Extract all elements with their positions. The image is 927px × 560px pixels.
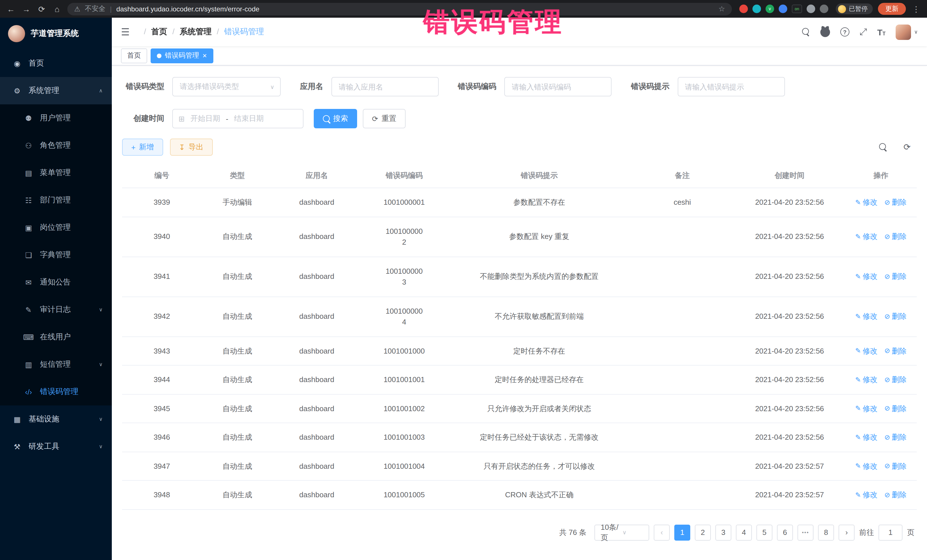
- cell-app: dashboard: [273, 223, 360, 251]
- page-button[interactable]: 5: [757, 524, 772, 540]
- search-button-icon: [323, 115, 330, 122]
- reload-icon[interactable]: ⟳: [36, 4, 47, 14]
- address-bar[interactable]: ⚠ 不安全 | dashboard.yudao.iocoder.cn/syste…: [67, 3, 732, 15]
- breadcrumb-item[interactable]: 首页: [139, 27, 167, 37]
- fullscreen-icon[interactable]: ⤢: [860, 27, 867, 37]
- extension-paw-icon[interactable]: [820, 5, 828, 13]
- sidebar-item[interactable]: ✉ 通知公告: [0, 269, 112, 296]
- sidebar-item[interactable]: ✎ 审计日志 ∨: [0, 296, 112, 323]
- edit-link[interactable]: ✎ 修改: [855, 231, 877, 242]
- sidebar-item[interactable]: ⚒ 研发工具 ∨: [0, 433, 112, 460]
- delete-link[interactable]: ⊘ 删除: [884, 197, 906, 208]
- page-button[interactable]: 2: [695, 524, 711, 540]
- edit-link[interactable]: ✎ 修改: [855, 345, 877, 357]
- browser-menu-kebab-icon[interactable]: ⋮: [911, 4, 921, 14]
- prev-page-button[interactable]: ‹: [654, 524, 670, 540]
- forward-icon[interactable]: →: [21, 4, 31, 14]
- edit-link[interactable]: ✎ 修改: [855, 271, 877, 282]
- add-button[interactable]: + 新增: [122, 138, 163, 156]
- edit-link[interactable]: ✎ 修改: [855, 489, 877, 501]
- chrome-update-button[interactable]: 更新: [878, 3, 906, 15]
- extension-teal-icon[interactable]: [752, 5, 761, 13]
- error-hint-input[interactable]: [678, 77, 785, 96]
- cell-code: 1001000004: [360, 297, 448, 336]
- tab-close-icon[interactable]: ×: [202, 52, 207, 59]
- edit-link[interactable]: ✎ 修改: [855, 460, 877, 472]
- tab[interactable]: 首页 ×: [121, 48, 147, 63]
- extension-green-icon[interactable]: v: [766, 5, 774, 13]
- reset-button[interactable]: ⟳ 重置: [363, 109, 406, 128]
- breadcrumb-item[interactable]: 错误码管理: [212, 27, 264, 37]
- delete-link[interactable]: ⊘ 删除: [884, 231, 906, 242]
- bookmark-star-icon[interactable]: ☆: [719, 5, 725, 13]
- cell-msg: 不允许获取敏感配置到前端: [448, 302, 631, 331]
- extension-red-icon[interactable]: [739, 5, 748, 13]
- error-type-select[interactable]: 请选择错误码类型 ∨: [172, 77, 281, 96]
- sidebar-item[interactable]: ⚉ 用户管理: [0, 104, 112, 132]
- export-button[interactable]: ↧ 导出: [170, 138, 213, 156]
- sidebar-item[interactable]: ⌨ 在线用户: [0, 323, 112, 351]
- delete-link[interactable]: ⊘ 删除: [884, 403, 906, 414]
- browser-profile-chip[interactable]: 已暂停: [836, 3, 873, 14]
- edit-link[interactable]: ✎ 修改: [855, 311, 877, 322]
- edit-link[interactable]: ✎ 修改: [855, 197, 877, 208]
- sidebar-item-label: 通知公告: [40, 277, 71, 287]
- chevron-down-icon: ∨: [622, 529, 644, 536]
- hamburger-icon[interactable]: ☰: [121, 26, 130, 38]
- sidebar-item[interactable]: ▥ 短信管理 ∨: [0, 351, 112, 378]
- goto-page-input[interactable]: [878, 524, 903, 540]
- extension-blue-icon[interactable]: [779, 5, 787, 13]
- page-button[interactable]: 6: [777, 524, 793, 540]
- delete-link[interactable]: ⊘ 删除: [884, 374, 906, 385]
- delete-link[interactable]: ⊘ 删除: [884, 271, 906, 282]
- page-button[interactable]: 4: [736, 524, 752, 540]
- sidebar-item[interactable]: ▣ 岗位管理: [0, 214, 112, 241]
- date-range-picker[interactable]: ⊞ 开始日期 - 结束日期: [172, 109, 304, 128]
- sidebar-item[interactable]: ⚙ 系统管理 ∧: [0, 77, 112, 104]
- edit-link[interactable]: ✎ 修改: [855, 374, 877, 385]
- cell-app: dashboard: [273, 423, 360, 451]
- search-icon[interactable]: [802, 28, 810, 36]
- sidebar-item[interactable]: ‹/› 错误码管理: [0, 378, 112, 405]
- page-button[interactable]: 8: [818, 524, 834, 540]
- user-avatar[interactable]: ∨: [896, 24, 918, 39]
- page-button[interactable]: •••: [798, 524, 813, 540]
- sidebar-item[interactable]: ▤ 菜单管理: [0, 159, 112, 187]
- search-button[interactable]: 搜索: [314, 109, 357, 128]
- sidebar-item[interactable]: ▦ 基础设施 ∨: [0, 405, 112, 433]
- back-icon[interactable]: ←: [6, 4, 16, 14]
- sidebar-item[interactable]: ⚇ 角色管理: [0, 132, 112, 159]
- tab-label: 首页: [127, 51, 141, 61]
- delete-link[interactable]: ⊘ 删除: [884, 432, 906, 443]
- github-icon[interactable]: [820, 27, 830, 37]
- page-button[interactable]: 1: [674, 524, 690, 540]
- delete-link[interactable]: ⊘ 删除: [884, 311, 906, 322]
- edit-link[interactable]: ✎ 修改: [855, 403, 877, 414]
- tab[interactable]: 错误码管理 ×: [150, 48, 213, 63]
- extension-on-icon[interactable]: on: [792, 5, 802, 13]
- delete-link[interactable]: ⊘ 删除: [884, 489, 906, 501]
- security-label[interactable]: 不安全: [85, 4, 106, 14]
- help-icon[interactable]: ?: [840, 27, 849, 36]
- page-button[interactable]: 3: [715, 524, 731, 540]
- edit-link[interactable]: ✎ 修改: [855, 432, 877, 443]
- refresh-table-icon[interactable]: ⟳: [900, 140, 915, 155]
- navbar-actions: ? ⤢ TT ∨: [802, 24, 918, 39]
- font-size-icon[interactable]: TT: [877, 27, 885, 37]
- toggle-search-icon[interactable]: [876, 140, 891, 155]
- home-icon[interactable]: ⌂: [52, 4, 62, 14]
- delete-link[interactable]: ⊘ 删除: [884, 345, 906, 357]
- breadcrumb-item[interactable]: 系统管理: [167, 27, 212, 37]
- extension-puzzle-icon[interactable]: [807, 5, 815, 13]
- sidebar-item[interactable]: ❏ 字典管理: [0, 241, 112, 269]
- page-size-select[interactable]: 10条/页 ∨: [594, 524, 649, 540]
- sidebar-item[interactable]: ◉ 首页: [0, 50, 112, 77]
- app-name-input[interactable]: [331, 77, 438, 96]
- error-code-input[interactable]: [504, 77, 611, 96]
- next-page-button[interactable]: ›: [839, 524, 854, 540]
- url-text[interactable]: dashboard.yudao.iocoder.cn/system/error-…: [116, 5, 260, 13]
- sidebar-item[interactable]: ☷ 部门管理: [0, 187, 112, 214]
- address-divider: |: [110, 5, 112, 13]
- delete-link[interactable]: ⊘ 删除: [884, 460, 906, 472]
- app-logo[interactable]: 芋道管理系统: [0, 18, 112, 50]
